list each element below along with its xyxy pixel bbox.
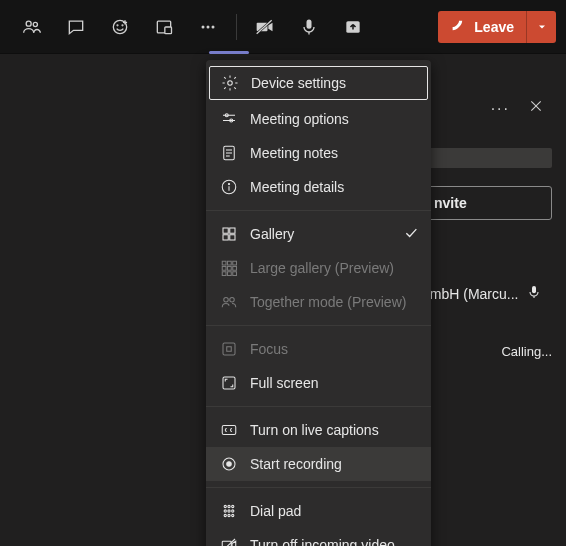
svg-rect-17 [532,286,536,293]
more-actions-button[interactable] [186,5,230,49]
chevron-down-icon [536,21,548,33]
menu-separator [206,325,431,326]
menu-label: Meeting notes [250,145,338,161]
participant-row[interactable]: 3mbH (Marcu... [422,284,552,303]
menu-item-meeting-options[interactable]: Meeting options [206,102,431,136]
share-invite-button[interactable]: nvite [427,186,552,220]
chat-button[interactable] [54,5,98,49]
participant-name: 3mbH (Marcu... [422,286,518,302]
svg-point-9 [212,25,215,28]
panel-close-button[interactable] [528,98,544,118]
menu-label: Dial pad [250,503,301,519]
menu-item-fullscreen[interactable]: Full screen [206,366,431,400]
menu-label: Large gallery (Preview) [250,260,394,276]
check-icon [403,225,419,244]
svg-point-3 [117,24,118,25]
grid-icon [220,259,238,277]
menu-label: Meeting details [250,179,344,195]
hangup-icon [450,18,468,36]
cc-icon [220,421,238,439]
sliders-icon [220,110,238,128]
menu-item-large-gallery: Large gallery (Preview) [206,251,431,285]
menu-item-meeting-details[interactable]: Meeting details [206,170,431,204]
svg-rect-33 [223,235,228,240]
leave-group: Leave [438,11,556,43]
svg-point-19 [228,81,233,86]
microphone-button[interactable] [287,5,331,49]
share-button[interactable] [331,5,375,49]
menu-label: Gallery [250,226,294,242]
svg-point-4 [122,24,123,25]
rooms-button[interactable] [142,5,186,49]
notes-icon [220,144,238,162]
svg-rect-46 [223,343,235,355]
svg-point-44 [224,298,229,303]
meeting-toolbar: Leave [0,0,566,54]
close-icon [528,98,544,114]
focus-icon [220,340,238,358]
mic-icon [526,284,542,303]
toolbar-divider [236,14,237,40]
svg-point-8 [207,25,210,28]
svg-point-30 [228,183,229,184]
menu-separator [206,487,431,488]
svg-point-57 [232,510,234,512]
svg-rect-49 [222,426,236,435]
svg-rect-31 [223,228,228,233]
more-active-indicator [209,51,249,54]
reactions-button[interactable] [98,5,142,49]
menu-item-focus: Focus [206,332,431,366]
menu-label: Start recording [250,456,342,472]
svg-rect-37 [233,261,237,265]
calling-status: Calling... [501,344,552,359]
svg-point-60 [232,514,234,516]
together-icon [220,293,238,311]
panel-input-placeholder[interactable] [427,148,552,168]
menu-label: Together mode (Preview) [250,294,406,310]
svg-rect-12 [307,19,312,28]
dialpad-icon [220,502,238,520]
svg-rect-39 [228,267,232,271]
menu-label: Turn off incoming video [250,537,395,546]
menu-label: Meeting options [250,111,349,127]
svg-point-51 [227,462,232,467]
leave-label: Leave [474,19,514,35]
gear-icon [221,74,239,92]
menu-item-together-mode: Together mode (Preview) [206,285,431,319]
svg-rect-32 [230,228,235,233]
svg-point-1 [33,22,37,26]
svg-point-56 [228,510,230,512]
menu-item-start-recording[interactable]: Start recording [206,447,431,481]
panel-more-button[interactable]: ··· [491,100,510,118]
fullscreen-icon [220,374,238,392]
camera-button[interactable] [243,5,287,49]
menu-item-meeting-notes[interactable]: Meeting notes [206,136,431,170]
svg-point-54 [232,505,234,507]
menu-item-live-captions[interactable]: Turn on live captions [206,413,431,447]
leave-button[interactable]: Leave [438,11,526,43]
svg-point-53 [228,505,230,507]
svg-rect-47 [227,347,232,352]
menu-separator [206,406,431,407]
svg-point-58 [224,514,226,516]
menu-label: Full screen [250,375,318,391]
leave-more-button[interactable] [526,11,556,43]
svg-rect-36 [228,261,232,265]
menu-item-device-settings[interactable]: Device settings [209,66,428,100]
info-icon [220,178,238,196]
svg-rect-34 [230,235,235,240]
svg-rect-40 [233,267,237,271]
svg-rect-41 [222,272,226,276]
svg-point-0 [26,21,31,26]
record-icon [220,455,238,473]
menu-separator [206,210,431,211]
menu-item-gallery[interactable]: Gallery [206,217,431,251]
invite-label: nvite [434,195,467,211]
menu-item-turn-off-incoming[interactable]: Turn off incoming video [206,528,431,546]
menu-item-dial-pad[interactable]: Dial pad [206,494,431,528]
gallery-icon [220,225,238,243]
svg-point-7 [202,25,205,28]
incoming-video-icon [220,536,238,546]
svg-point-59 [228,514,230,516]
participants-button[interactable] [10,5,54,49]
